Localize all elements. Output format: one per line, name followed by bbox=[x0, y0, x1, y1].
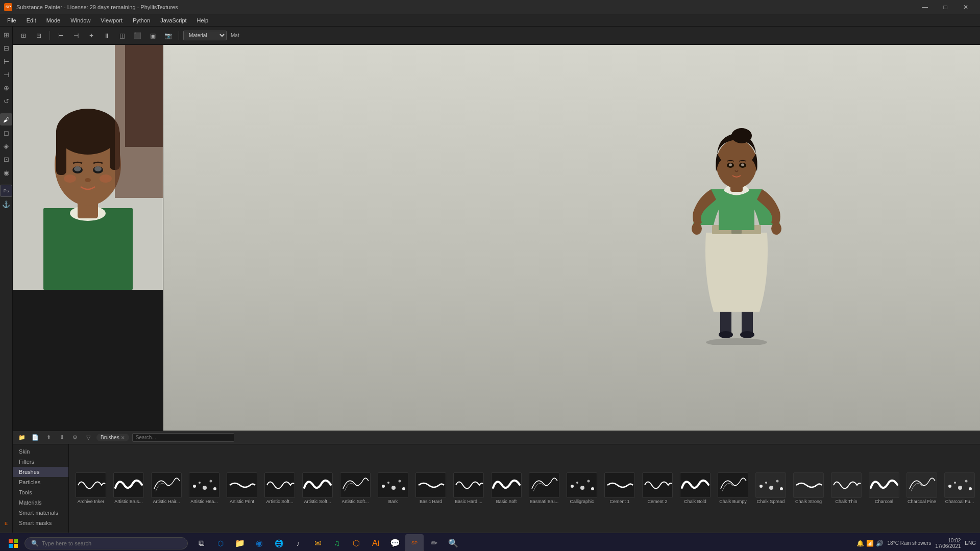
view-mode-select[interactable]: Material Base Color Roughness bbox=[183, 31, 227, 40]
brush-item[interactable]: Artistic Print bbox=[224, 471, 260, 506]
smudge-tool[interactable]: ◈ bbox=[0, 140, 12, 152]
brush-item[interactable]: Chalk Strong bbox=[791, 471, 826, 506]
add-button[interactable]: ⊕ bbox=[0, 82, 12, 94]
volume-icon[interactable]: 🔊 bbox=[876, 540, 884, 547]
side-panel-e[interactable]: E bbox=[0, 517, 12, 530]
brush-item[interactable]: Basic Hard bbox=[413, 471, 449, 506]
brush-item[interactable]: Cement 2 bbox=[640, 471, 675, 506]
svg-point-60 bbox=[780, 487, 783, 490]
brush-item[interactable]: Bark bbox=[375, 471, 411, 506]
camera-btn[interactable]: 📷 bbox=[161, 30, 175, 41]
shelf-tab-close[interactable]: ✕ bbox=[121, 435, 125, 440]
nav2-button[interactable]: ⊣ bbox=[0, 68, 12, 81]
brush-item[interactable]: Artistic Soft... bbox=[262, 471, 298, 506]
ms-edge-icon[interactable]: ◉ bbox=[250, 534, 268, 552]
brush-item[interactable]: Basmati Bru... bbox=[526, 471, 562, 506]
edge-browser-button[interactable]: ⬡ bbox=[211, 534, 230, 552]
shelf-brushes-tab[interactable]: Brushes ✕ bbox=[96, 434, 129, 441]
shelf-category-smart-masks[interactable]: Smart masks bbox=[13, 518, 68, 528]
taskbar-search-box[interactable]: 🔍 bbox=[24, 537, 188, 549]
brush-item[interactable]: Basic Hard ... bbox=[451, 471, 486, 506]
network-icon[interactable]: 📶 bbox=[866, 540, 874, 547]
refresh-button[interactable]: ↺ bbox=[0, 95, 12, 107]
brush-item[interactable]: Artistic Hair... bbox=[149, 471, 184, 506]
grid-tool-button[interactable]: ⊞ bbox=[0, 29, 12, 41]
shelf-category-filters[interactable]: Filters bbox=[13, 457, 68, 467]
minimize-button[interactable]: — bbox=[915, 0, 935, 14]
brush-item[interactable]: Chalk Spread bbox=[753, 471, 789, 506]
brush-item[interactable]: Archive Inker bbox=[73, 471, 109, 506]
blender-button[interactable]: ⬡ bbox=[347, 534, 365, 552]
search2-button[interactable]: 🔍 bbox=[444, 534, 462, 552]
grid4-tool-button[interactable]: ⊟ bbox=[0, 42, 12, 54]
brush-item[interactable]: Calligraphic bbox=[564, 471, 600, 506]
paint-brush-tool[interactable]: 🖌 bbox=[0, 113, 12, 126]
svg-point-62 bbox=[954, 482, 956, 484]
office-button[interactable]: ✉ bbox=[308, 534, 327, 552]
wacom-button[interactable]: ✏ bbox=[425, 534, 443, 552]
shelf-export-icon[interactable]: ⬇ bbox=[57, 433, 67, 443]
align-btn[interactable]: ⊣ bbox=[69, 30, 83, 41]
shelf-category-materials[interactable]: Materials bbox=[13, 497, 68, 508]
menu-item-window[interactable]: Window bbox=[65, 16, 95, 24]
brush-item[interactable]: Artistic Soft... bbox=[337, 471, 373, 506]
winamp-button[interactable]: ♪ bbox=[289, 534, 307, 552]
view3d-btn[interactable]: ◫ bbox=[115, 30, 129, 41]
nav1-button[interactable]: ⊢ bbox=[0, 55, 12, 67]
shelf-category-particles[interactable]: Particles bbox=[13, 477, 68, 487]
start-button[interactable] bbox=[4, 534, 22, 552]
snap-btn[interactable]: ⊢ bbox=[54, 30, 67, 41]
illustrator-button[interactable]: Ai bbox=[366, 534, 385, 552]
layout-btn-2[interactable]: ⊟ bbox=[32, 30, 45, 41]
brush-item[interactable]: Chalk Thin bbox=[828, 471, 864, 506]
viewport-3d[interactable]: Material Mat Fill layers are not paintab… bbox=[163, 45, 980, 431]
layout-btn-1[interactable]: ⊞ bbox=[17, 30, 30, 41]
menu-item-mode[interactable]: Mode bbox=[41, 16, 66, 24]
menu-item-file[interactable]: File bbox=[2, 16, 21, 24]
menu-item-viewport[interactable]: Viewport bbox=[95, 16, 128, 24]
brush-item[interactable]: Chalk Bumpy bbox=[715, 471, 751, 506]
shelf-file-icon[interactable]: 📄 bbox=[30, 433, 40, 443]
split-view-btn[interactable]: ▣ bbox=[146, 30, 159, 41]
brush-item[interactable]: Artistic Hea... bbox=[186, 471, 222, 506]
brush-item[interactable]: Artistic Brus... bbox=[111, 471, 146, 506]
spotify-button[interactable]: ♫ bbox=[328, 534, 346, 552]
notification-icon[interactable]: 🔔 bbox=[856, 540, 864, 547]
anchor-tool[interactable]: ⚓ bbox=[0, 198, 12, 210]
fill-tool[interactable]: ◉ bbox=[0, 166, 12, 179]
close-button[interactable]: ✕ bbox=[955, 0, 976, 14]
brush-item[interactable]: Basic Soft bbox=[488, 471, 524, 506]
brush-item[interactable]: Artistic Soft... bbox=[300, 471, 335, 506]
menu-item-javascript[interactable]: JavaScript bbox=[155, 16, 191, 24]
file-explorer-button[interactable]: 📁 bbox=[231, 534, 249, 552]
menu-item-python[interactable]: Python bbox=[128, 16, 155, 24]
shelf-search-input[interactable] bbox=[132, 433, 234, 442]
ps-tool[interactable]: Ps bbox=[0, 185, 12, 197]
brush-item[interactable]: Cement 1 bbox=[602, 471, 638, 506]
pause-btn[interactable]: ⏸ bbox=[100, 30, 113, 41]
eraser-tool[interactable]: ◻ bbox=[0, 127, 12, 139]
clone-tool[interactable]: ⊡ bbox=[0, 153, 12, 165]
render-btn[interactable]: ✦ bbox=[85, 30, 98, 41]
task-view-button[interactable]: ⧉ bbox=[192, 534, 210, 552]
chrome-button[interactable]: 🌐 bbox=[270, 534, 288, 552]
brush-item[interactable]: Charcoal Fu... bbox=[942, 471, 977, 506]
maximize-button[interactable]: □ bbox=[935, 0, 955, 14]
shelf-import-icon[interactable]: ⬆ bbox=[43, 433, 54, 443]
shelf-folder-icon[interactable]: 📁 bbox=[17, 433, 27, 443]
shelf-category-smart-materials[interactable]: Smart materials bbox=[13, 508, 68, 518]
view2d-btn[interactable]: ⬛ bbox=[131, 30, 144, 41]
discord-button[interactable]: 💬 bbox=[386, 534, 404, 552]
menu-item-help[interactable]: Help bbox=[192, 16, 214, 24]
shelf-category-tools[interactable]: Tools bbox=[13, 487, 68, 497]
shelf-category-skin[interactable]: Skin bbox=[13, 446, 68, 457]
shelf-category-brushes[interactable]: Brushes bbox=[13, 467, 68, 477]
menu-item-edit[interactable]: Edit bbox=[21, 16, 41, 24]
brush-item[interactable]: Charcoal Fine bbox=[904, 471, 940, 506]
shelf-funnel-icon[interactable]: ▽ bbox=[83, 433, 93, 443]
brush-item[interactable]: Chalk Bold bbox=[677, 471, 713, 506]
shelf-filter-icon[interactable]: ⚙ bbox=[70, 433, 80, 443]
taskbar-search-input[interactable] bbox=[42, 540, 181, 546]
brush-item[interactable]: Charcoal bbox=[866, 471, 902, 506]
substance-painter-taskbar[interactable]: SP bbox=[405, 534, 424, 552]
